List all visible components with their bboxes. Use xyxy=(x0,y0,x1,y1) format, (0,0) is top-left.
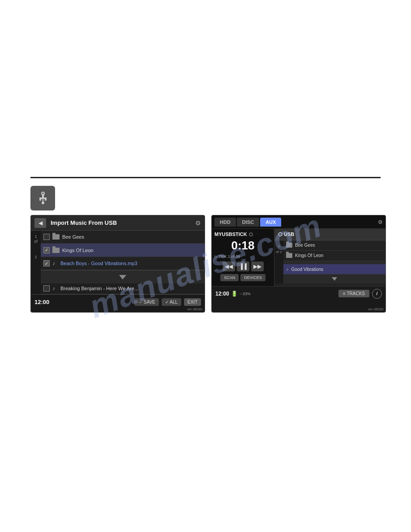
rs-right-panel: ⬡ USB 1 of 2 Bee Gees Kings Of Leo xyxy=(274,229,385,286)
ls-exit-button[interactable]: EXIT xyxy=(184,298,201,306)
ls-page-text: 1 of 2 xyxy=(34,234,38,259)
rs-menu-icon[interactable]: ⚙ xyxy=(378,219,383,225)
list-item[interactable]: Bee Gees xyxy=(41,231,205,244)
rs-time: 12:00 xyxy=(215,291,229,297)
rs-controls: ◀◀ ▐▐ ▶▶ xyxy=(214,262,271,271)
list-item[interactable]: ✓ Kings Of Leon xyxy=(41,244,205,257)
rs-scroll-down-arrow[interactable] xyxy=(332,277,337,281)
rs-list-item[interactable]: ♪ Good Vibrations xyxy=(283,264,385,275)
rs-usb-header: ⬡ USB xyxy=(274,229,385,240)
music-icon: ♪ xyxy=(52,260,58,266)
rs-info-button[interactable]: i xyxy=(372,289,382,299)
ls-footer: 12:00 → SAVE ✓ ALL EXIT xyxy=(31,294,205,309)
tab-disc[interactable]: DISC xyxy=(237,218,259,227)
battery-icon: 🔋 xyxy=(231,291,238,297)
scroll-down-arrow[interactable] xyxy=(119,275,126,279)
ls-checkbox-beachboys[interactable]: ✓ xyxy=(43,260,50,266)
ls-save-button[interactable]: → SAVE xyxy=(134,298,159,306)
svg-point-7 xyxy=(42,202,44,204)
rs-pause-button[interactable]: ▐▐ xyxy=(237,262,249,271)
rs-device-name: MYUSBSTICK ⬡ xyxy=(214,232,271,237)
rs-item-label-kingsofleon: Kings Of Leon xyxy=(295,253,323,258)
music-icon: ♪ xyxy=(52,285,58,292)
rs-ref: rer-38182 xyxy=(368,307,384,311)
rs-tracks-button[interactable]: ≡ TRACKS xyxy=(338,290,369,297)
rs-main: MYUSBSTICK ⬡ 0:18 ▷ TRK 1 of 39 ◀◀ ▐▐ ▶▶… xyxy=(212,229,385,286)
svg-point-2 xyxy=(42,192,44,195)
rs-items: Bee Gees Kings Of Leon ♪ Good Vibrations xyxy=(283,240,385,283)
folder-icon xyxy=(52,248,60,253)
ls-scroll-area xyxy=(41,270,205,283)
rs-item-label-beegees: Bee Gees xyxy=(295,243,315,248)
rs-scroll-down xyxy=(283,275,385,283)
rs-rewind-button[interactable]: ◀◀ xyxy=(223,262,235,271)
rs-battery: 🔋 →33% xyxy=(231,291,251,297)
right-screen: HDD DISC AUX ⚙ MYUSBSTICK ⬡ 0:18 ▷ TRK 1… xyxy=(211,215,386,313)
ls-all-button[interactable]: ✓ ALL xyxy=(162,298,181,306)
rs-bottom-btns: SCAN DEVICES xyxy=(214,274,271,281)
divider-line xyxy=(30,177,381,178)
list-item[interactable]: ✓ ♪ Beach Boys - Good Vibrations.mp3 xyxy=(41,257,205,270)
usb-icon xyxy=(36,191,50,206)
rs-track-info: ▷ TRK 1 of 39 xyxy=(214,254,271,259)
ls-back-button[interactable]: ◀ xyxy=(34,218,46,228)
ls-time: 12:00 xyxy=(34,299,49,305)
rs-list-item[interactable]: Kings Of Leon xyxy=(283,251,385,261)
rs-page-indicator-right: 1 of 2 Bee Gees Kings Of Leon xyxy=(274,240,385,283)
rs-scan-button[interactable]: SCAN xyxy=(220,274,239,281)
ls-page-indicator: 1 of 2 xyxy=(31,231,41,294)
rs-folder-icon xyxy=(286,253,292,258)
ls-header: ◀ Import Music From USB ⚙ xyxy=(31,215,205,231)
rs-folder-icon xyxy=(286,243,292,248)
left-screen: ◀ Import Music From USB ⚙ 1 of 2 Bee Gee… xyxy=(30,215,205,313)
ls-item-label-kingsofleon: Kings Of Leon xyxy=(62,248,94,253)
rs-scroll-area xyxy=(283,261,385,265)
rs-item-label-goodvibrations: Good Vibrations xyxy=(291,267,324,272)
rs-footer: 12:00 🔋 →33% ≡ TRACKS i xyxy=(212,286,385,300)
rs-list-item[interactable]: Bee Gees xyxy=(283,240,385,251)
rs-forward-button[interactable]: ▶▶ xyxy=(251,262,264,271)
ls-checkbox-breakingbenjamin[interactable] xyxy=(43,285,50,292)
ls-item-label-beachboys: Beach Boys - Good Vibrations.mp3 xyxy=(60,261,137,266)
rs-devices-button[interactable]: DEVICES xyxy=(240,274,265,281)
ls-list: 1 of 2 Bee Gees ✓ Kings Of Leon xyxy=(31,231,205,294)
rs-music-icon: ♪ xyxy=(286,266,289,272)
rs-left-panel: MYUSBSTICK ⬡ 0:18 ▷ TRK 1 of 39 ◀◀ ▐▐ ▶▶… xyxy=(212,229,274,286)
tab-hdd[interactable]: HDD xyxy=(214,218,236,227)
tab-aux[interactable]: AUX xyxy=(260,218,281,227)
list-item[interactable]: ♪ Breaking Benjamin - Here We Are... xyxy=(41,283,205,294)
folder-icon xyxy=(52,234,60,240)
ls-item-label-breakingbenjamin: Breaking Benjamin - Here We Are... xyxy=(60,286,138,291)
ls-item-label-beegees: Bee Gees xyxy=(62,234,84,240)
ls-title: Import Music From USB xyxy=(51,219,195,226)
rs-page-num: 1 of 2 xyxy=(274,240,283,283)
rs-tabs: HDD DISC AUX ⚙ xyxy=(212,215,385,229)
ls-items: Bee Gees ✓ Kings Of Leon ✓ ♪ Beach Boys … xyxy=(41,231,205,294)
ls-menu-icon[interactable]: ⚙ xyxy=(195,219,201,227)
rs-usb-symbol: ⬡ xyxy=(249,232,253,237)
ls-checkbox-kingsofleon[interactable]: ✓ xyxy=(43,247,50,253)
ls-checkbox-beegees[interactable] xyxy=(43,234,50,240)
ls-ref: rer-38181 xyxy=(187,307,203,311)
rs-time-display: 0:18 xyxy=(214,239,271,253)
rs-usb-label: ⬡ USB xyxy=(278,232,294,237)
usb-icon-container xyxy=(30,186,55,210)
